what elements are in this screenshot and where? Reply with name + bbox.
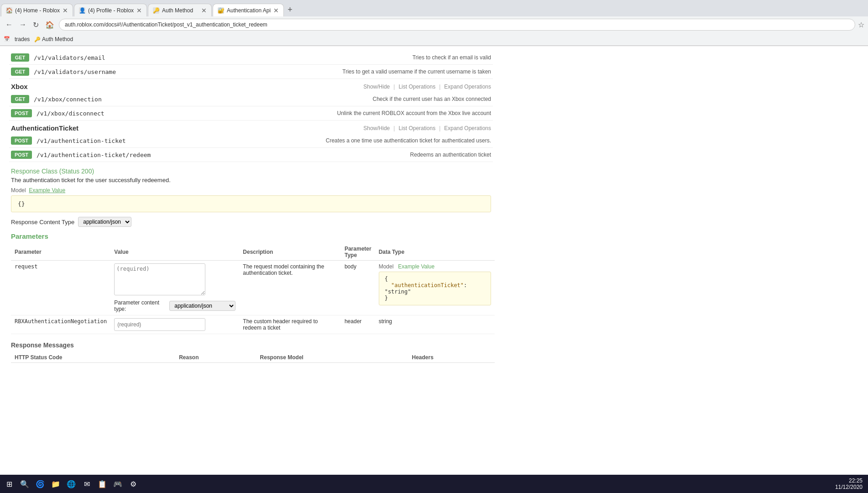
rct-select[interactable]: application/json text/json <box>78 217 131 227</box>
tab-home[interactable]: 🏠 (4) Home - Roblox ✕ <box>1 4 73 16</box>
param-row-rbx-auth: RBXAuthenticationNegotiation The custom … <box>11 315 495 334</box>
param-type-request: body <box>345 263 356 270</box>
tab-close-auth-api[interactable]: ✕ <box>273 7 279 14</box>
bookmark-trades[interactable]: trades <box>15 36 30 42</box>
endpoint-desc-validators-username: Tries to get a valid username if the cur… <box>342 68 491 75</box>
param-example-value-tab[interactable]: Example Value <box>398 263 434 270</box>
xbox-expand-ops[interactable]: Expand Operations <box>444 84 491 90</box>
param-header-value: Value <box>110 244 239 261</box>
param-model-label: Model <box>379 263 394 270</box>
example-value-tab[interactable]: Example Value <box>29 187 65 194</box>
param-content-type-label: Parameter content type: <box>114 299 167 312</box>
auth-ticket-expand-ops[interactable]: Expand Operations <box>444 125 491 131</box>
tab-close-profile[interactable]: ✕ <box>136 7 142 14</box>
tab-title-home: (4) Home - Roblox <box>15 7 60 14</box>
endpoint-row-auth-ticket-redeem: POST /v1/authentication-ticket/redeem Re… <box>9 148 493 162</box>
response-messages-table: HTTP Status Code Reason Response Model H… <box>11 352 495 363</box>
xbox-show-hide[interactable]: Show/Hide <box>363 84 390 90</box>
forward-button[interactable]: → <box>17 20 28 30</box>
home-button[interactable]: 🏠 <box>43 20 56 30</box>
method-badge-post-auth-redeem[interactable]: POST <box>11 151 32 159</box>
tab-close-home[interactable]: ✕ <box>63 7 68 14</box>
tab-favicon-auth-method: 🔑 <box>153 7 159 14</box>
new-tab-button[interactable]: + <box>284 3 296 16</box>
param-content-type-row: Parameter content type: application/json… <box>114 299 235 312</box>
endpoint-row-xbox-disconnect: POST /v1/xbox/disconnect Unlink the curr… <box>9 106 493 121</box>
response-desc: The authentication ticket for the user s… <box>11 177 491 184</box>
rct-label: Response Content Type <box>11 219 74 226</box>
model-label: Model <box>11 187 26 194</box>
param-input-request[interactable] <box>114 263 205 295</box>
xbox-section-header: Xbox Show/Hide | List Operations | Expan… <box>9 79 493 92</box>
content-area: GET /v1/validators/email Tries to check … <box>0 46 502 369</box>
endpoint-desc-xbox-conn: Check if the current user has an Xbox co… <box>373 96 491 102</box>
example-colon: : <box>464 282 467 288</box>
endpoint-desc-auth-ticket-redeem: Redeems an authentication ticket <box>410 152 491 158</box>
endpoint-desc-xbox-disc: Unlink the current ROBLOX account from t… <box>337 110 492 116</box>
example-close-brace: } <box>385 295 388 301</box>
param-name-rbx-auth: RBXAuthenticationNegotiation <box>15 318 107 325</box>
address-input[interactable] <box>59 19 855 31</box>
param-example-box: { "authenticationTicket": "string" } <box>379 272 491 305</box>
method-badge-get-xbox-conn[interactable]: GET <box>11 95 29 103</box>
resp-header-status: HTTP Status Code <box>11 352 175 363</box>
endpoint-path-validators-username[interactable]: /v1/validators/username <box>34 68 116 75</box>
auth-ticket-section-header: AuthenticationTicket Show/Hide | List Op… <box>9 121 493 134</box>
param-desc-request: The request model containing the authent… <box>243 263 324 276</box>
endpoint-path-validators-email[interactable]: /v1/validators/email <box>34 54 105 61</box>
endpoint-row-xbox-connection: GET /v1/xbox/connection Check if the cur… <box>9 92 493 106</box>
tab-profile[interactable]: 👤 (4) Profile - Roblox ✕ <box>74 4 147 16</box>
address-bar-row: ← → ↻ 🏠 ☆ <box>0 16 868 33</box>
endpoint-row-auth-ticket: POST /v1/authentication-ticket Creates a… <box>9 134 493 148</box>
refresh-button[interactable]: ↻ <box>31 20 41 30</box>
tab-close-auth-method[interactable]: ✕ <box>201 7 207 14</box>
parameters-title: Parameters <box>11 232 491 240</box>
param-header-parameter: Parameter <box>11 244 110 261</box>
param-type-rbx-auth: header <box>345 318 361 325</box>
auth-ticket-list-ops[interactable]: List Operations <box>398 125 435 131</box>
tab-favicon-auth-api: 🔐 <box>218 7 224 14</box>
endpoint-path-auth-ticket[interactable]: /v1/authentication-ticket <box>37 137 126 144</box>
param-header-description: Description <box>239 244 341 261</box>
endpoint-path-xbox-disc[interactable]: /v1/xbox/disconnect <box>37 110 105 117</box>
param-header-param-type: ParameterType <box>341 244 375 261</box>
param-content-type-select[interactable]: application/json text/json <box>169 301 235 311</box>
tab-title-profile: (4) Profile - Roblox <box>88 7 134 14</box>
response-content-type-row: Response Content Type application/json t… <box>11 217 491 227</box>
resp-header-reason: Reason <box>175 352 256 363</box>
tab-bar: 🏠 (4) Home - Roblox ✕ 👤 (4) Profile - Ro… <box>0 0 868 16</box>
param-desc-rbx-auth: The custom header required to redeem a t… <box>243 318 318 331</box>
param-name-request: request <box>15 263 38 270</box>
param-input-rbx-auth[interactable] <box>114 318 205 331</box>
tab-favicon-home: 🏠 <box>6 7 12 14</box>
xbox-section-links: Show/Hide | List Operations | Expand Ope… <box>363 84 491 90</box>
parameters-table: Parameter Value Description ParameterTyp… <box>11 244 495 334</box>
method-badge-post-xbox-disc[interactable]: POST <box>11 109 32 117</box>
browser-chrome: 🏠 (4) Home - Roblox ✕ 👤 (4) Profile - Ro… <box>0 0 868 46</box>
endpoint-path-xbox-conn[interactable]: /v1/xbox/connection <box>34 96 102 103</box>
tab-auth-api[interactable]: 🔐 Authentication Api ✕ <box>213 4 284 16</box>
resp-header-model: Response Model <box>256 352 408 363</box>
method-badge-get-email[interactable]: GET <box>11 53 29 62</box>
endpoint-desc-auth-ticket: Creates a one time use authentication ti… <box>326 137 491 144</box>
response-messages-title: Response Messages <box>11 341 491 349</box>
example-open-brace: { <box>385 276 388 282</box>
xbox-list-ops[interactable]: List Operations <box>398 84 435 90</box>
method-badge-get-username[interactable]: GET <box>11 68 29 76</box>
bookmarks-bar: 📅 trades 🔑 Auth Method <box>0 33 868 46</box>
tab-auth-method[interactable]: 🔑 Auth Method ✕ <box>148 4 212 16</box>
endpoint-path-auth-ticket-redeem[interactable]: /v1/authentication-ticket/redeem <box>37 152 151 158</box>
bookmark-auth-method[interactable]: 🔑 Auth Method <box>34 36 73 42</box>
param-header-data-type: Data Type <box>375 244 495 261</box>
back-button[interactable]: ← <box>4 20 15 30</box>
auth-ticket-section-title: AuthenticationTicket <box>11 124 363 132</box>
resp-header-headers: Headers <box>408 352 495 363</box>
method-badge-post-auth-ticket[interactable]: POST <box>11 136 32 145</box>
tab-title-auth-method: Auth Method <box>162 7 199 14</box>
bookmark-star-icon[interactable]: ☆ <box>858 21 864 29</box>
auth-ticket-show-hide[interactable]: Show/Hide <box>363 125 390 131</box>
xbox-section-title: Xbox <box>11 83 363 90</box>
tab-title-auth-api: Authentication Api <box>227 7 271 14</box>
response-code-block: {} <box>11 195 491 212</box>
endpoint-desc-validators-email: Tries to check if an email is valid <box>413 54 491 61</box>
